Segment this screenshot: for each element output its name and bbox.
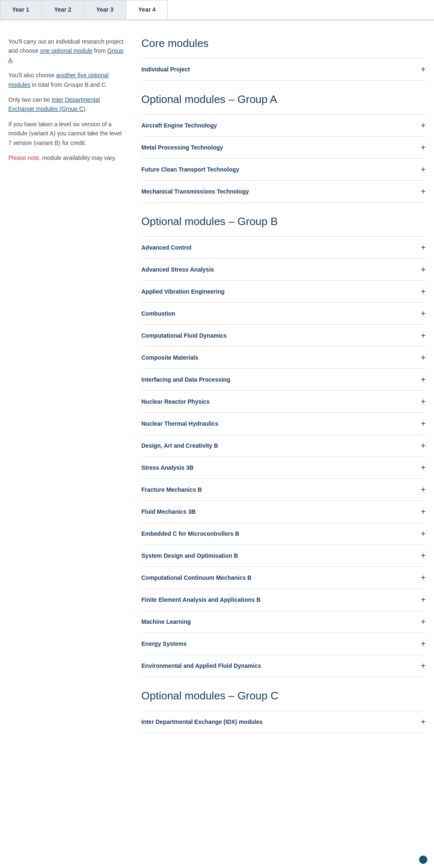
module-row[interactable]: Interfacing and Data Processing+ <box>141 368 426 390</box>
module-row[interactable]: Mechanical Transmissions Technology+ <box>141 180 426 203</box>
module-label: Nuclear Thermal Hydraulics <box>141 420 218 427</box>
module-label: Energy Systems <box>141 640 187 647</box>
module-list-2: Advanced Control+Advanced Stress Analysi… <box>141 236 426 677</box>
expand-icon[interactable]: + <box>421 596 426 604</box>
tab-year-2[interactable]: Year 2 <box>42 0 83 20</box>
interdept-link[interactable]: Inter Departmental Exchange modules (Gro… <box>8 96 100 112</box>
optional-module-link[interactable]: one optional module <box>40 47 92 54</box>
module-label: Composite Materials <box>141 354 198 361</box>
module-row[interactable]: Fluid Mechanics 3B+ <box>141 500 426 522</box>
sidebar-para1: You'll carry out an individual research … <box>8 37 125 65</box>
tab-year-4[interactable]: Year 4 <box>126 0 168 20</box>
module-label: Future Clean Transport Technology <box>141 166 239 173</box>
module-label: Computational Continuum Mechanics B <box>141 574 252 581</box>
module-row[interactable]: Advanced Control+ <box>141 236 426 258</box>
expand-icon[interactable]: + <box>421 662 426 670</box>
expand-icon[interactable]: + <box>421 265 426 274</box>
year-tabs: Year 1Year 2Year 3Year 4 <box>0 0 434 20</box>
module-row[interactable]: Environmental and Applied Fluid Dynamics… <box>141 655 426 677</box>
expand-icon[interactable]: + <box>421 552 426 560</box>
module-row[interactable]: Computational Continuum Mechanics B+ <box>141 566 426 588</box>
module-row[interactable]: Nuclear Reactor Physics+ <box>141 390 426 412</box>
expand-icon[interactable]: + <box>421 441 426 450</box>
module-row[interactable]: System Design and Optimisation B+ <box>141 544 426 566</box>
expand-icon[interactable]: + <box>421 574 426 582</box>
module-label: Fluid Mechanics 3B <box>141 508 196 515</box>
expand-icon[interactable]: + <box>421 508 426 516</box>
module-label: Individual Project <box>141 66 190 73</box>
expand-icon[interactable]: + <box>421 309 426 318</box>
module-label: Fracture Mechanics B <box>141 486 202 493</box>
expand-icon[interactable]: + <box>421 187 426 196</box>
expand-icon[interactable]: + <box>421 618 426 626</box>
expand-icon[interactable]: + <box>421 397 426 406</box>
module-label: Inter Departmental Exchange (IDX) module… <box>141 718 263 725</box>
module-label: Embedded C for Microcontrollers B <box>141 530 239 537</box>
module-label: Advanced Control <box>141 244 192 251</box>
module-row[interactable]: Composite Materials+ <box>141 346 426 368</box>
section-title-3: Optional modules – Group C <box>141 689 426 702</box>
expand-icon[interactable]: + <box>421 243 426 252</box>
modules-content: Core modulesIndividual Project+Optional … <box>141 37 426 733</box>
section-title-0: Core modules <box>141 37 426 50</box>
tab-year-3[interactable]: Year 3 <box>84 0 126 20</box>
section-title-1: Optional modules – Group A <box>141 93 426 106</box>
five-modules-link[interactable]: another five optional modules <box>8 72 108 88</box>
module-label: Computational Fluid Dynamics <box>141 332 227 339</box>
module-label: Advanced Stress Analysis <box>141 266 214 273</box>
module-label: Mechanical Transmissions Technology <box>141 188 249 195</box>
module-row[interactable]: Applied Vibration Engineering+ <box>141 280 426 302</box>
expand-icon[interactable]: + <box>421 640 426 648</box>
module-row[interactable]: Computational Fluid Dynamics+ <box>141 324 426 346</box>
module-list-0: Individual Project+ <box>141 58 426 81</box>
module-list-1: Aircraft Engine Technology+Metal Process… <box>141 114 426 203</box>
module-list-3: Inter Departmental Exchange (IDX) module… <box>141 711 426 733</box>
sidebar-para4: If you have taken a level six version of… <box>8 120 125 147</box>
expand-icon[interactable]: + <box>421 718 426 726</box>
expand-icon[interactable]: + <box>421 485 426 494</box>
tab-year-1[interactable]: Year 1 <box>0 0 41 20</box>
expand-icon[interactable]: + <box>421 353 426 362</box>
expand-icon[interactable]: + <box>421 121 426 130</box>
module-label: Combustion <box>141 310 175 317</box>
expand-icon[interactable]: + <box>421 375 426 384</box>
module-label: Design, Art and Creativity B <box>141 442 218 449</box>
module-row[interactable]: Machine Learning+ <box>141 611 426 633</box>
expand-icon[interactable]: + <box>421 331 426 340</box>
module-label: System Design and Optimisation B <box>141 552 238 559</box>
module-label: Applied Vibration Engineering <box>141 288 224 295</box>
module-row[interactable]: Advanced Stress Analysis+ <box>141 258 426 280</box>
module-row[interactable]: Stress Analysis 3B+ <box>141 456 426 478</box>
module-row[interactable]: Fracture Mechanics B+ <box>141 478 426 500</box>
expand-icon[interactable]: + <box>421 287 426 296</box>
please-note: Please note <box>8 154 39 161</box>
expand-icon[interactable]: + <box>421 463 426 472</box>
module-label: Aircraft Engine Technology <box>141 122 217 129</box>
sidebar-para2: You'll also choose another five optional… <box>8 71 125 89</box>
module-label: Finite Element Analysis and Applications… <box>141 596 261 603</box>
expand-icon[interactable]: + <box>421 65 426 74</box>
module-row[interactable]: Embedded C for Microcontrollers B+ <box>141 522 426 544</box>
module-label: Interfacing and Data Processing <box>141 376 230 383</box>
module-label: Stress Analysis 3B <box>141 464 194 471</box>
module-row[interactable]: Finite Element Analysis and Applications… <box>141 588 426 611</box>
expand-icon[interactable]: + <box>421 143 426 152</box>
expand-icon[interactable]: + <box>421 165 426 174</box>
module-row[interactable]: Individual Project+ <box>141 58 426 81</box>
section-title-2: Optional modules – Group B <box>141 215 426 228</box>
expand-icon[interactable]: + <box>421 419 426 428</box>
sidebar-para3: Only two can be Inter Departmental Excha… <box>8 95 125 114</box>
module-label: Nuclear Reactor Physics <box>141 398 210 405</box>
module-row[interactable]: Energy Systems+ <box>141 633 426 655</box>
main-layout: You'll carry out an individual research … <box>0 20 434 750</box>
module-row[interactable]: Aircraft Engine Technology+ <box>141 114 426 136</box>
module-row[interactable]: Metal Processing Technology+ <box>141 136 426 158</box>
module-row[interactable]: Inter Departmental Exchange (IDX) module… <box>141 711 426 733</box>
sidebar: You'll carry out an individual research … <box>8 37 125 733</box>
module-row[interactable]: Combustion+ <box>141 302 426 324</box>
module-row[interactable]: Nuclear Thermal Hydraulics+ <box>141 412 426 434</box>
module-row[interactable]: Design, Art and Creativity B+ <box>141 434 426 456</box>
module-label: Environmental and Applied Fluid Dynamics <box>141 662 261 669</box>
module-row[interactable]: Future Clean Transport Technology+ <box>141 158 426 180</box>
expand-icon[interactable]: + <box>421 530 426 538</box>
